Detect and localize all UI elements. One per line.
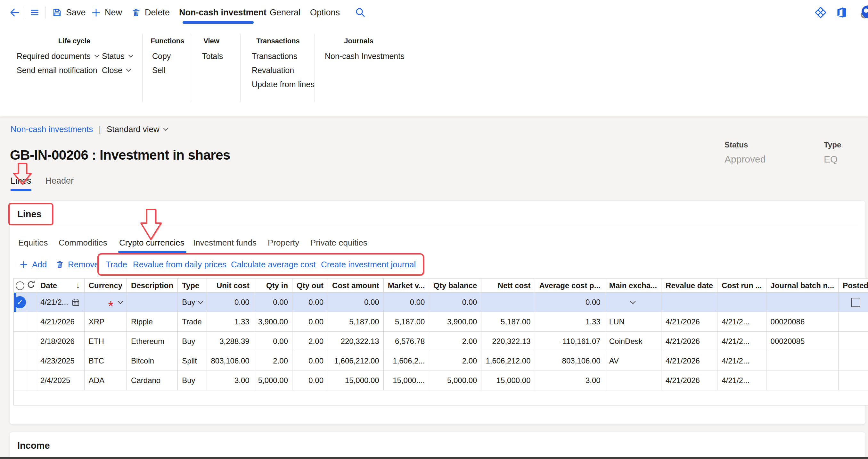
grid-cell-posted[interactable] — [839, 371, 868, 391]
grid-cell-cost_run[interactable]: 4/21/2... — [717, 332, 766, 351]
non-cash-investments-journal-button[interactable]: Non-cash Investments — [325, 52, 405, 61]
grid-cell-type[interactable]: Trade — [178, 312, 207, 332]
grid-cell-type[interactable]: Buy — [178, 371, 207, 391]
hamburger-menu-icon[interactable] — [29, 8, 40, 17]
grid-cell-average_cost[interactable]: 1.33 — [535, 312, 605, 332]
calculate-average-cost-button[interactable]: Calculate average cost — [231, 260, 315, 269]
breadcrumb-link[interactable]: Non-cash investments — [10, 124, 93, 134]
posted-checkbox[interactable] — [851, 298, 860, 307]
send-email-notification-button[interactable]: Send email notification — [17, 66, 97, 75]
table-row[interactable]: 2/18/2026ETHEthereumBuy3,288.390.002.002… — [14, 332, 868, 351]
copy-button[interactable]: Copy — [152, 52, 171, 61]
grid-cell-refresh[interactable] — [26, 371, 36, 391]
grid-cell-cost_run[interactable]: 4/21/2... — [717, 351, 766, 371]
grid-cell-refresh[interactable] — [26, 351, 36, 371]
grid-cell-average_cost[interactable]: 803,106.00 — [535, 351, 605, 371]
grid-cell-date[interactable]: 2/18/2026 — [36, 332, 85, 351]
grid-cell-description[interactable]: Cardano — [127, 371, 178, 391]
tab-non-cash-investment[interactable]: Non-cash investment — [179, 8, 267, 18]
tab-equities[interactable]: Equities — [18, 236, 48, 249]
grid-cell-average_cost[interactable]: 0.00 — [535, 293, 605, 312]
grid-cell-posted[interactable] — [839, 351, 868, 371]
grid-cell-select[interactable] — [14, 351, 26, 371]
grid-cell-market_value[interactable]: 15,000.... — [383, 371, 429, 391]
grid-cell-description[interactable]: Ethereum — [127, 332, 178, 351]
grid-cell-unit_cost[interactable]: 3.00 — [207, 371, 254, 391]
grid-cell-qty_out[interactable]: 0.00 — [292, 351, 328, 371]
column-header-select[interactable] — [14, 279, 26, 293]
grid-cell-unit_cost[interactable]: 3,288.39 — [207, 332, 254, 351]
remove-button[interactable]: Remove — [55, 260, 99, 269]
table-row[interactable]: ✓4/21/2...*Buy0.000.000.000.000.000.000.… — [14, 293, 868, 312]
grid-cell-description[interactable]: Ripple — [127, 312, 178, 332]
update-from-lines-button[interactable]: Update from lines — [252, 80, 314, 89]
lines-section-header[interactable]: Lines — [17, 209, 42, 220]
save-button[interactable]: Save — [52, 7, 86, 18]
dynamics-apps-icon[interactable] — [814, 6, 827, 19]
grid-cell-currency[interactable]: XRP — [84, 312, 126, 332]
grid-cell-posted[interactable] — [839, 293, 868, 312]
delete-button[interactable]: Delete — [131, 7, 170, 18]
chevron-down-icon[interactable] — [197, 299, 203, 304]
column-header-cost_run[interactable]: Cost run ... — [717, 279, 766, 293]
grid-cell-qty_in[interactable]: 0.00 — [254, 293, 292, 312]
grid-cell-qty_out[interactable]: 0.00 — [292, 312, 328, 332]
tab-header[interactable]: Header — [45, 176, 74, 191]
tab-crypto-currencies[interactable]: Crypto currencies — [119, 236, 185, 249]
grid-cell-market_value[interactable]: 1,606,2... — [383, 351, 429, 371]
grid-cell-qty_balance[interactable]: 2.00 — [429, 351, 482, 371]
grid-cell-journal_batch[interactable]: 00020086 — [766, 312, 839, 332]
grid-cell-cost_run[interactable] — [717, 293, 766, 312]
column-header-type[interactable]: Type — [178, 279, 207, 293]
grid-cell-type[interactable]: Buy — [178, 293, 207, 312]
revaluation-button[interactable]: Revaluation — [252, 66, 294, 75]
grid-cell-refresh[interactable] — [26, 332, 36, 351]
column-header-qty_in[interactable]: Qty in — [254, 279, 292, 293]
tab-private-equities[interactable]: Private equities — [310, 236, 367, 249]
grid-cell-main_exchange[interactable]: AV — [605, 351, 661, 371]
transactions-button[interactable]: Transactions — [252, 52, 297, 61]
sell-button[interactable]: Sell — [152, 66, 165, 75]
calendar-icon[interactable] — [71, 298, 80, 307]
grid-cell-date[interactable]: 4/21/2... — [36, 293, 85, 312]
column-header-average_cost[interactable]: Average cost p... — [535, 279, 605, 293]
grid-cell-cost_run[interactable]: 4/21/2... — [717, 312, 766, 332]
grid-cell-main_exchange[interactable]: CoinDesk — [605, 332, 661, 351]
view-selector[interactable]: Standard view — [107, 124, 167, 134]
new-button[interactable]: New — [91, 8, 122, 18]
grid-cell-qty_in[interactable]: 2.00 — [254, 351, 292, 371]
grid-cell-description[interactable] — [127, 293, 178, 312]
grid-cell-main_exchange[interactable] — [605, 371, 661, 391]
grid-cell-revalue_date[interactable]: 4/21/2026 — [661, 371, 717, 391]
grid-cell-journal_batch[interactable] — [766, 371, 839, 391]
grid-cell-refresh[interactable] — [26, 312, 36, 332]
grid-cell-qty_balance[interactable]: 5,000.00 — [429, 371, 482, 391]
column-header-currency[interactable]: Currency — [84, 279, 126, 293]
grid-cell-average_cost[interactable]: 3.00 — [535, 371, 605, 391]
grid-cell-qty_in[interactable]: 0.00 — [254, 332, 292, 351]
totals-button[interactable]: Totals — [202, 52, 223, 61]
grid-cell-nett_cost[interactable] — [482, 293, 535, 312]
grid-cell-cost_amount[interactable]: 5,187.00 — [328, 312, 384, 332]
grid-cell-journal_batch[interactable] — [766, 293, 839, 312]
grid-cell-currency[interactable]: BTC — [84, 351, 126, 371]
grid-cell-journal_batch[interactable] — [766, 351, 839, 371]
grid-cell-unit_cost[interactable]: 1.33 — [207, 312, 254, 332]
tab-property[interactable]: Property — [268, 236, 299, 249]
copilot-chat-icon[interactable] — [857, 3, 868, 22]
column-header-market_value[interactable]: Market v... — [383, 279, 429, 293]
column-header-posted[interactable]: Posted — [839, 279, 868, 293]
grid-cell-select[interactable] — [14, 332, 26, 351]
column-header-description[interactable]: Description — [127, 279, 178, 293]
grid-cell-average_cost[interactable]: -110,161.07 — [535, 332, 605, 351]
grid-cell-journal_batch[interactable]: 00020085 — [766, 332, 839, 351]
column-header-qty_balance[interactable]: Qty balance — [429, 279, 482, 293]
tab-general[interactable]: General — [270, 8, 301, 18]
column-header-unit_cost[interactable]: Unit cost — [207, 279, 254, 293]
grid-cell-nett_cost[interactable]: 220,322.13 — [482, 332, 535, 351]
revalue-from-daily-prices-button[interactable]: Revalue from daily prices — [133, 260, 226, 269]
tab-commodities[interactable]: Commodities — [59, 236, 107, 249]
grid-cell-nett_cost[interactable]: 1,606,212.00 — [482, 351, 535, 371]
tab-lines[interactable]: Lines — [10, 176, 31, 191]
table-row[interactable]: 2/4/2025ADACardanoBuy3.005,000.000.0015,… — [14, 371, 868, 391]
